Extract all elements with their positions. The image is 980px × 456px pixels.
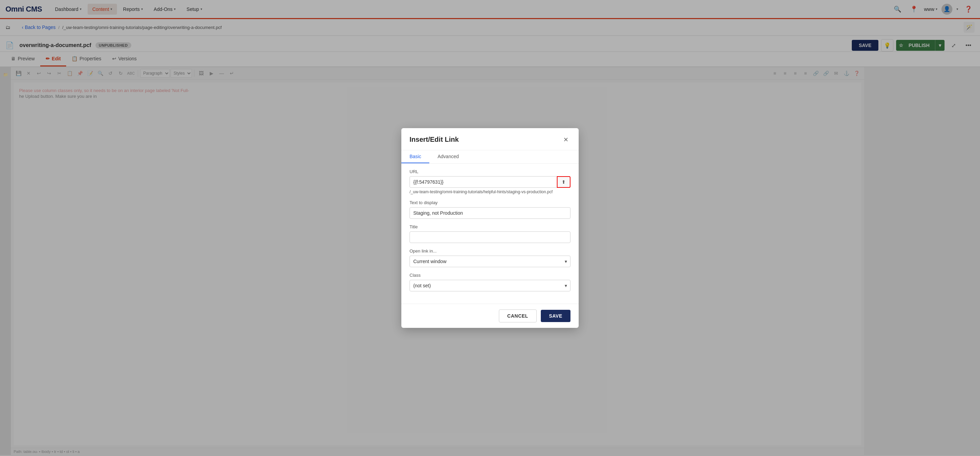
modal-close-button[interactable]: ✕ — [561, 135, 571, 145]
url-browse-button[interactable]: ⬆ — [557, 176, 571, 188]
modal-body: URL ⬆ /_uw-team-testing/omni-training-tu… — [401, 164, 579, 304]
modal-tab-basic-label: Basic — [409, 154, 421, 159]
url-input[interactable] — [409, 176, 571, 188]
url-row: ⬆ — [409, 176, 571, 188]
modal-overlay: Insert/Edit Link ✕ Basic Advanced URL ⬆ — [0, 0, 980, 455]
class-select[interactable]: (not set) — [409, 280, 571, 291]
open-link-label: Open link in... — [409, 248, 571, 254]
title-input[interactable] — [409, 231, 571, 243]
title-field: Title — [409, 224, 571, 243]
open-link-select[interactable]: Current window New window — [409, 256, 571, 267]
upload-icon: ⬆ — [562, 179, 566, 185]
url-subtext: /_uw-team-testing/omni-training-tutorial… — [409, 189, 571, 195]
insert-edit-link-modal: Insert/Edit Link ✕ Basic Advanced URL ⬆ — [401, 128, 579, 328]
url-field: URL ⬆ /_uw-team-testing/omni-training-tu… — [409, 169, 571, 195]
text-to-display-input[interactable] — [409, 207, 571, 219]
text-to-display-field: Text to display — [409, 200, 571, 219]
open-link-select-wrapper: Current window New window — [409, 256, 571, 267]
class-select-wrapper: (not set) — [409, 280, 571, 291]
class-label: Class — [409, 273, 571, 278]
modal-footer: CANCEL SAVE — [401, 303, 579, 328]
modal-tab-advanced[interactable]: Advanced — [429, 150, 467, 163]
class-field: Class (not set) — [409, 273, 571, 291]
url-container: ⬆ — [409, 176, 571, 188]
cancel-button[interactable]: CANCEL — [499, 310, 537, 323]
url-label: URL — [409, 169, 571, 174]
modal-save-button[interactable]: SAVE — [541, 310, 571, 322]
modal-tab-advanced-label: Advanced — [438, 154, 459, 159]
title-label: Title — [409, 224, 571, 229]
modal-header: Insert/Edit Link ✕ — [401, 128, 579, 150]
modal-tab-basic[interactable]: Basic — [401, 150, 429, 163]
open-link-field: Open link in... Current window New windo… — [409, 248, 571, 267]
modal-title: Insert/Edit Link — [409, 136, 459, 143]
modal-tabs: Basic Advanced — [401, 150, 579, 164]
text-to-display-label: Text to display — [409, 200, 571, 205]
